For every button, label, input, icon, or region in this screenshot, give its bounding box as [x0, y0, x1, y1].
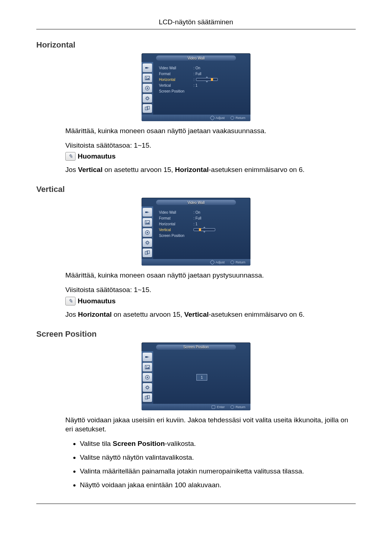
osd-item-label[interactable]: Vertical [159, 228, 193, 232]
osd-item-value: : Full [193, 72, 201, 76]
vertical-note-text: Jos Horizontal on asetettu arvoon 15, Ve… [65, 311, 356, 319]
osd-footer: Adjust Return [142, 259, 250, 266]
osd-title-text: Screen Position [183, 345, 209, 349]
input-icon[interactable] [143, 208, 152, 217]
osd-item-value: : On [193, 210, 200, 214]
osd-menu-horizontal: Video Wall Video Wall: On Format: Full H… [142, 53, 250, 121]
svg-point-15 [146, 366, 147, 367]
enter-button[interactable]: Enter [212, 405, 225, 409]
setup-icon[interactable] [143, 238, 152, 247]
list-item: Näyttö voidaan jakaa enintään 100 alakuv… [80, 481, 356, 489]
screenpos-bullets: Valitse tila Screen Position-valikosta. … [80, 440, 356, 489]
osd-titlebar: Screen Position [142, 342, 250, 351]
svg-point-10 [147, 232, 148, 233]
osd-item-label[interactable]: Format [159, 216, 193, 220]
note-label: Huomautus [78, 152, 116, 160]
osd-item-label[interactable]: Vertical [159, 83, 193, 87]
svg-point-8 [146, 222, 147, 222]
osd-content: Video Wall: On Format: Full Horizontal: … [153, 206, 250, 259]
multi-icon[interactable] [143, 393, 152, 402]
osd-item-label[interactable]: Screen Position [159, 89, 193, 93]
osd-item-value: : On [193, 66, 200, 70]
picture-icon[interactable] [143, 218, 152, 227]
svg-point-3 [147, 87, 148, 89]
note-icon: ✎ [65, 152, 75, 161]
vertical-desc: Määrittää, kuinka moneen osaan näyttö ja… [65, 271, 356, 280]
svg-rect-6 [147, 106, 150, 109]
svg-rect-13 [147, 251, 150, 254]
section-heading-vertical: Vertical [36, 185, 356, 194]
return-button[interactable]: Return [230, 260, 245, 264]
osd-sidebar [142, 351, 153, 404]
section-heading-horizontal: Horizontal [36, 40, 356, 50]
osd-item-label[interactable]: Horizontal [159, 78, 193, 82]
osd-item-label[interactable]: Format [159, 72, 193, 76]
picture-icon[interactable] [143, 363, 152, 372]
return-button[interactable]: Return [230, 116, 245, 120]
multi-icon[interactable] [143, 104, 152, 113]
list-item: Valitse tila Screen Position-valikosta. [80, 440, 356, 448]
diamond-icon [210, 260, 215, 265]
enter-icon [212, 405, 215, 409]
horizontal-levels: Viisitoista säätötasoa: 1~15. [65, 141, 356, 150]
osd-content: 1 [153, 351, 250, 404]
footer-rule [36, 504, 356, 504]
sound-icon[interactable] [143, 228, 152, 237]
osd-item-label[interactable]: Horizontal [159, 222, 193, 226]
page-header-title: LCD-näytön säätäminen [36, 18, 356, 26]
picture-icon[interactable] [143, 74, 152, 82]
svg-point-1 [146, 77, 147, 78]
osd-item-value: : 1 [193, 222, 197, 226]
diamond-icon [210, 115, 215, 120]
osd-title-text: Video Wall [187, 201, 204, 205]
screenpos-desc: Näyttö voidaan jakaa useisiin eri kuviin… [65, 415, 356, 434]
vertical-levels: Viisitoista säätötasoa: 1~15. [65, 285, 356, 295]
svg-rect-5 [145, 107, 148, 110]
sound-icon[interactable] [143, 373, 152, 382]
list-item: Valitse näyttö näytön valintavalikosta. [80, 454, 356, 461]
horizontal-note-text: Jos Vertical on asetettu arvoon 15, Hori… [65, 166, 356, 174]
osd-content: Video Wall: On Format: Full Horizontal: … [153, 62, 250, 115]
svg-rect-19 [145, 396, 148, 399]
input-icon[interactable] [143, 63, 152, 72]
osd-item-value: : Full [193, 216, 201, 220]
osd-item-value: : [193, 78, 195, 82]
osd-slider[interactable] [196, 78, 218, 81]
svg-point-18 [146, 386, 148, 389]
header-rule [36, 29, 356, 29]
osd-menu-screenpos: Screen Position 1 Enter Return [142, 342, 250, 410]
osd-sidebar [142, 62, 153, 115]
adjust-button[interactable]: Adjust [211, 116, 225, 120]
return-button[interactable]: Return [230, 405, 245, 409]
osd-sidebar [142, 206, 153, 259]
svg-rect-12 [145, 251, 148, 254]
osd-item-label[interactable]: Video Wall [159, 66, 193, 70]
section-heading-screenpos: Screen Position [36, 329, 356, 339]
osd-item-value: : 1 [193, 83, 197, 87]
return-icon [230, 260, 234, 264]
osd-title-text: Video Wall [187, 56, 204, 60]
note-label: Huomautus [78, 297, 116, 305]
screen-position-value[interactable]: 1 [196, 374, 207, 381]
multi-icon[interactable] [143, 249, 152, 257]
setup-icon[interactable] [143, 94, 152, 103]
sound-icon[interactable] [143, 84, 152, 93]
return-icon [230, 405, 234, 409]
horizontal-desc: Määrittää, kuinka moneen osaan näyttö ja… [65, 126, 356, 136]
osd-slider[interactable] [193, 228, 215, 231]
osd-footer: Adjust Return [142, 115, 250, 121]
note-icon: ✎ [65, 297, 75, 305]
svg-point-11 [146, 242, 148, 244]
osd-item-label[interactable]: Screen Position [159, 234, 193, 238]
adjust-button[interactable]: Adjust [211, 260, 225, 264]
return-icon [230, 116, 234, 120]
osd-footer: Enter Return [142, 404, 250, 410]
svg-point-17 [147, 377, 148, 378]
setup-icon[interactable] [143, 383, 152, 392]
osd-menu-vertical: Video Wall Video Wall: On Format: Full H… [142, 198, 250, 266]
osd-item-label[interactable]: Video Wall [159, 210, 193, 214]
osd-titlebar: Video Wall [142, 53, 250, 62]
input-icon[interactable] [143, 353, 152, 361]
osd-titlebar: Video Wall [142, 198, 250, 206]
list-item: Valinta määritellään painamalla jotakin … [80, 467, 356, 475]
